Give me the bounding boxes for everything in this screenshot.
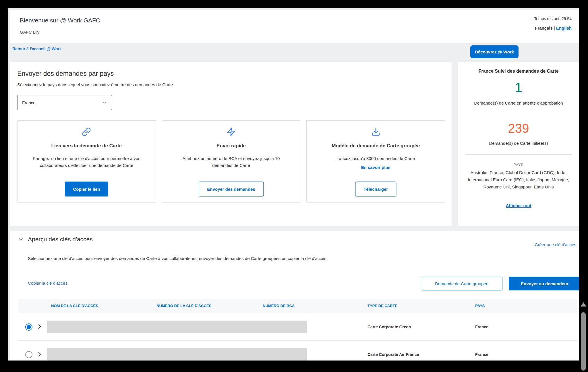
countries-label: PAYS <box>458 163 579 167</box>
send-requests-title: Envoyer des demandes par pays <box>17 70 445 78</box>
redacted-key-data <box>47 348 307 361</box>
divider <box>465 154 572 155</box>
card-title: Lien vers la demande de Carte <box>27 143 146 149</box>
table-header-row: NOM DE LA CLÉ D'ACCÈS NUMÉRO DE LA CLÉ D… <box>18 299 577 313</box>
back-to-home-link[interactable]: Retour à l'accueil @ Work <box>12 47 62 51</box>
page-title: Bienvenue sur @ Work GAFC <box>20 17 100 24</box>
country-select[interactable]: France <box>17 95 112 110</box>
chevron-right-icon[interactable] <box>36 350 43 358</box>
card-description: Partagez un lien et une clé d'accès pour… <box>27 155 146 169</box>
col-header-card-type: TYPE DE CARTE <box>368 304 397 308</box>
cell-card-type: Carte Corporate Green <box>368 325 411 329</box>
language-current: Français <box>535 26 553 30</box>
table-row: Carte Corporate Air France France <box>18 341 577 361</box>
country-select-value: France <box>22 100 36 105</box>
user-program-name: GAFC Lily <box>20 30 39 34</box>
send-requests-subtitle: Sélectionnez le pays dans lequel vous so… <box>17 82 445 87</box>
scrollbar-thumb[interactable] <box>581 312 586 371</box>
access-keys-title: Aperçu des clés d'accès <box>28 236 93 243</box>
chevron-down-icon[interactable] <box>18 236 24 242</box>
col-header-key-name: NOM DE LA CLÉ D'ACCÈS <box>51 304 98 308</box>
access-keys-table: NOM DE LA CLÉ D'ACCÈS NUMÉRO DE LA CLÉ D… <box>18 299 577 361</box>
language-switcher: Français|English <box>534 26 572 30</box>
initiated-label: Demande(s) de Carte initiée(s) <box>458 141 579 146</box>
learn-more-link[interactable]: En savoir plus <box>361 165 390 170</box>
screenshot-frame: Bienvenue sur @ Work GAFC GAFC Lily Temp… <box>0 0 588 372</box>
pending-label: Demande(s) de Carte en attente d'approba… <box>458 101 579 105</box>
initiated-count: 239 <box>458 121 579 136</box>
discover-atwork-button[interactable]: Découvrez @ Work <box>470 45 519 58</box>
col-header-key-number: NUMÉRO DE LA CLÉ D'ACCÈS <box>156 304 211 308</box>
card-title: Modèle de demande de Carte groupée <box>316 143 435 149</box>
show-all-link[interactable]: Afficher tout <box>506 203 531 208</box>
card-quick-send: Envoi rapide Attribuez un numéro de BCA … <box>162 120 301 203</box>
link-icon <box>27 127 146 137</box>
pending-count: 1 <box>458 80 579 95</box>
copy-access-key-link[interactable]: Copier la clé d'accès <box>28 281 67 286</box>
download-template-button[interactable]: Télécharger <box>355 182 396 196</box>
card-description: Attribuez un numéro de BCA et envoyez ju… <box>172 155 291 169</box>
send-to-requester-button[interactable]: Envoyer au demandeur <box>509 277 579 290</box>
countries-list: Australie, France, Global Dollar Card (G… <box>458 169 579 190</box>
scrollbar-up-arrow[interactable] <box>581 302 586 307</box>
chevron-down-icon <box>102 100 107 105</box>
action-cards-row: Lien vers la demande de Carte Partagez u… <box>17 120 445 203</box>
header-right: Temps restant: 29:54 Français|English <box>534 16 572 30</box>
card-title: Envoi rapide <box>172 143 291 149</box>
cell-country: France <box>475 325 488 329</box>
card-bulk-template: Modèle de demande de Carte groupée Lance… <box>306 120 445 203</box>
group-card-request-button[interactable]: Demande de Carte groupée <box>421 277 502 290</box>
cell-card-type: Carte Corporate Air France <box>368 352 419 357</box>
redacted-key-data <box>47 321 307 333</box>
session-timer: Temps restant: 29:54 <box>534 16 572 21</box>
row-radio-unselected[interactable] <box>25 351 32 358</box>
chevron-right-icon[interactable] <box>36 323 43 330</box>
create-access-key-link[interactable]: Créer une clé d'accès <box>535 242 576 247</box>
divider <box>465 114 572 114</box>
cell-country: France <box>475 352 488 357</box>
header-card: Bienvenue sur @ Work GAFC GAFC Lily Temp… <box>10 10 579 43</box>
card-description: Lancez jusqu'à 3000 demandes de Carte <box>316 155 435 162</box>
language-separator: | <box>553 26 556 30</box>
access-keys-section: Aperçu des clés d'accès Créer une clé d'… <box>10 231 579 361</box>
card-tracking-panel: France Suivi des demandes de Carte 1 Dem… <box>458 62 579 226</box>
access-keys-header: Aperçu des clés d'accès <box>18 236 93 243</box>
row-radio-selected[interactable] <box>25 323 32 331</box>
table-row: Carte Corporate Green France <box>18 313 577 341</box>
copy-link-button[interactable]: Copier le lien <box>65 182 108 196</box>
access-keys-description: Sélectionnez une clé d'accès pour envoye… <box>28 256 328 261</box>
page-background: Bienvenue sur @ Work GAFC GAFC Lily Temp… <box>8 8 579 361</box>
language-link-english[interactable]: English <box>556 26 572 30</box>
col-header-country: PAYS <box>475 304 485 308</box>
tracking-title: France Suivi des demandes de Carte <box>458 69 579 74</box>
download-icon <box>316 127 435 137</box>
card-request-link: Lien vers la demande de Carte Partagez u… <box>17 120 156 203</box>
col-header-bca-number: NUMÉRO DE BCA <box>263 304 295 308</box>
send-requests-panel: Envoyer des demandes par pays Sélectionn… <box>10 62 452 226</box>
lightning-icon <box>172 127 291 137</box>
send-requests-button[interactable]: Envoyer des demandes <box>199 182 264 196</box>
